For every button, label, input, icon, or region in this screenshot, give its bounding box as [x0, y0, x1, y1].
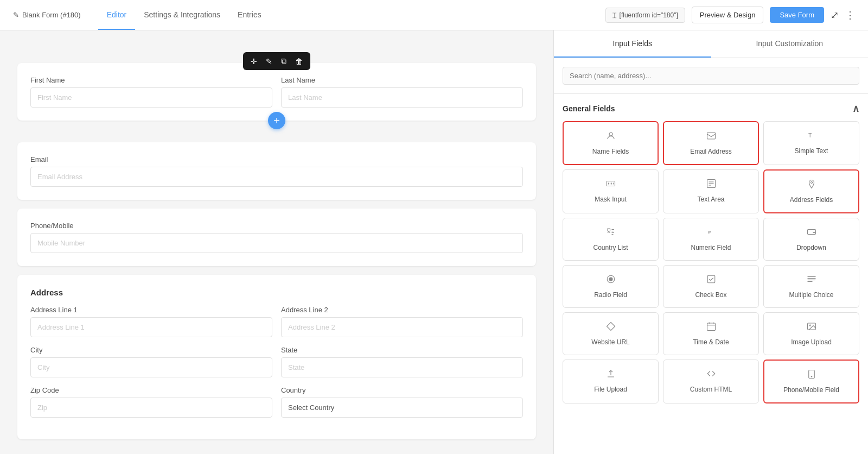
text-area-label: Text Area: [697, 196, 724, 203]
city-input[interactable]: [30, 357, 272, 377]
shortcode-icon: ⌶: [612, 11, 616, 19]
first-name-group: First Name: [30, 76, 272, 108]
panel-tabs: Input Fields Input Customization: [554, 30, 868, 58]
numeric-field-icon: #: [706, 227, 716, 239]
email-address-label: Email Address: [690, 148, 732, 155]
country-list-label: Country List: [593, 244, 628, 251]
website-url-icon: [606, 321, 616, 334]
email-input[interactable]: [30, 167, 523, 187]
copy-button[interactable]: ⧉: [279, 55, 289, 67]
svg-text:#: #: [708, 229, 711, 235]
phone-group: Phone/Mobile: [30, 222, 523, 253]
first-name-label: First Name: [30, 76, 272, 84]
zip-label: Zip Code: [30, 386, 272, 394]
fields-grid: Name Fields Email Address T Simple Text …: [563, 121, 859, 403]
phone-input[interactable]: [30, 233, 523, 253]
field-item-custom-html[interactable]: Custom HTML: [663, 360, 759, 403]
svg-rect-1: [707, 133, 715, 139]
text-area-icon: [706, 179, 716, 191]
country-group: Country Select Country: [281, 386, 523, 418]
tab-input-fields[interactable]: Input Fields: [554, 30, 711, 58]
svg-point-0: [609, 133, 612, 136]
city-label: City: [30, 346, 272, 354]
field-item-country-list[interactable]: Country List: [563, 218, 659, 261]
website-url-label: Website URL: [591, 338, 629, 346]
svg-rect-23: [707, 323, 715, 331]
last-name-input[interactable]: [281, 87, 523, 108]
address-line2-group: Address Line 2: [281, 306, 523, 337]
tab-editor[interactable]: Editor: [98, 1, 136, 30]
field-item-file-upload[interactable]: File Upload: [563, 360, 659, 403]
name-row: First Name Last Name: [30, 76, 523, 108]
check-box-icon: [706, 274, 716, 287]
shortcode-button[interactable]: ⌶ [fluentform id="180"]: [605, 8, 685, 23]
field-item-address-fields[interactable]: Address Fields: [763, 169, 859, 213]
edit-field-button[interactable]: ✎: [264, 56, 275, 67]
multiple-choice-icon: [807, 274, 816, 287]
field-item-website-url[interactable]: Website URL: [563, 312, 659, 355]
floating-toolbar: ✛ ✎ ⧉ 🗑: [243, 52, 310, 70]
copy-icon: ⧉: [281, 56, 286, 65]
phone-mobile-field-label: Phone/Mobile Field: [783, 386, 839, 394]
dropdown-label: Dropdown: [796, 244, 826, 251]
nav-left: ✎ Blank Form (#180) Editor Settings & In…: [13, 1, 270, 30]
field-item-multiple-choice[interactable]: Multiple Choice: [763, 265, 859, 308]
numeric-field-label: Numeric Field: [691, 244, 731, 251]
field-item-dropdown[interactable]: Dropdown: [763, 218, 859, 261]
zip-group: Zip Code: [30, 386, 272, 418]
tab-entries[interactable]: Entries: [229, 1, 270, 30]
last-name-group: Last Name: [281, 76, 523, 108]
image-upload-label: Image Upload: [791, 338, 832, 346]
field-item-image-upload[interactable]: Image Upload: [763, 312, 859, 355]
delete-button[interactable]: 🗑: [293, 56, 305, 67]
address-fields-label: Address Fields: [790, 196, 833, 204]
radio-field-label: Radio Field: [594, 291, 627, 299]
more-button[interactable]: ⋮: [845, 9, 855, 21]
field-item-mask-input[interactable]: Mask Input: [563, 169, 659, 213]
zip-input[interactable]: [30, 398, 272, 418]
preview-button[interactable]: Preview & Design: [692, 7, 764, 23]
field-item-radio-field[interactable]: Radio Field: [563, 265, 659, 308]
address-fields-icon: [807, 179, 816, 192]
search-input[interactable]: [563, 67, 859, 85]
address-line1-input[interactable]: [30, 317, 272, 337]
brand-label: Blank Form (#180): [22, 11, 81, 19]
fields-section-title: General Fields: [563, 104, 615, 113]
save-button[interactable]: Save Form: [770, 7, 824, 23]
svg-rect-14: [807, 230, 815, 235]
email-card: Email: [17, 142, 536, 200]
field-item-text-area[interactable]: Text Area: [663, 169, 759, 213]
address-line1-group: Address Line 1: [30, 306, 272, 337]
state-input[interactable]: [281, 357, 523, 377]
move-button[interactable]: ✛: [248, 56, 259, 67]
address-line2-input[interactable]: [281, 317, 523, 337]
city-group: City: [30, 346, 272, 377]
fields-section-header: General Fields ∧: [563, 94, 859, 121]
tab-settings[interactable]: Settings & Integrations: [135, 1, 229, 30]
fields-section: General Fields ∧ Name Fields Email Addre…: [554, 94, 868, 412]
tab-input-customization[interactable]: Input Customization: [711, 30, 869, 58]
zip-country-row: Zip Code Country Select Country: [30, 386, 523, 418]
edit-field-icon: ✎: [266, 57, 272, 66]
add-field-button[interactable]: +: [268, 112, 285, 129]
field-item-name-fields[interactable]: Name Fields: [563, 121, 659, 165]
field-item-email-address[interactable]: Email Address: [663, 121, 759, 165]
search-area: [554, 58, 868, 94]
svg-marker-22: [607, 323, 615, 331]
field-item-phone-mobile-field[interactable]: Phone/Mobile Field: [763, 360, 859, 403]
field-item-time-date[interactable]: Time & Date: [663, 312, 759, 355]
expand-button[interactable]: ⤢: [831, 9, 839, 21]
field-item-simple-text[interactable]: T Simple Text: [763, 121, 859, 165]
nav-tabs: Editor Settings & Integrations Entries: [98, 1, 270, 30]
form-editor: ✛ ✎ ⧉ 🗑 First Name Last Name: [0, 30, 553, 454]
email-group: Email: [30, 155, 523, 187]
country-select[interactable]: Select Country: [281, 398, 523, 418]
svg-rect-17: [707, 275, 715, 283]
address-line2-label: Address Line 2: [281, 306, 523, 314]
state-group: State: [281, 346, 523, 377]
mask-input-icon: [606, 179, 616, 191]
field-item-check-box[interactable]: Check Box: [663, 265, 759, 308]
field-item-numeric-field[interactable]: # Numeric Field: [663, 218, 759, 261]
collapse-icon[interactable]: ∧: [852, 103, 859, 115]
first-name-input[interactable]: [30, 87, 272, 108]
